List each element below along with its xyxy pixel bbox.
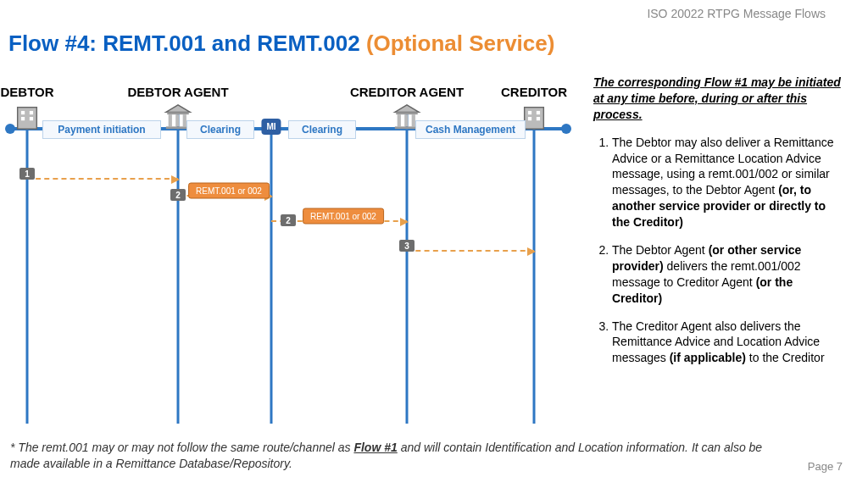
arrow-3	[407, 250, 534, 252]
svg-rect-7	[169, 114, 172, 126]
page-number: Page 7	[808, 460, 843, 473]
mi-badge: MI	[261, 119, 281, 135]
segment-cash-management: Cash Management	[415, 120, 526, 139]
timing-note: The corresponding Flow #1 may be initiat…	[593, 75, 843, 123]
svg-marker-11	[395, 105, 419, 112]
svg-rect-6	[167, 112, 189, 114]
doc-header-right: ISO 20022 RTPG Message Flows	[647, 7, 826, 20]
page-title: Flow #4: REMT.001 and REMT.002 (Optional…	[8, 30, 554, 57]
lifeline-dagent	[177, 108, 180, 424]
svg-rect-4	[30, 117, 33, 120]
segment-clearing-1: Clearing	[186, 120, 254, 139]
lifeline-mi	[270, 130, 273, 424]
explanation-step-2: The Debtor Agent (or other service provi…	[612, 242, 843, 307]
lifeline-cagent	[406, 108, 409, 424]
svg-rect-13	[398, 114, 401, 126]
svg-rect-0	[18, 108, 37, 130]
svg-rect-18	[528, 111, 531, 114]
footnote: * The remt.001 may or may not follow the…	[10, 440, 766, 473]
actor-debtor-label: DEBTOR	[0, 85, 53, 99]
msg-remt-2b: REMT.001 or 002	[303, 208, 384, 225]
svg-rect-21	[537, 117, 540, 120]
step-3-badge: 3	[399, 240, 415, 252]
svg-rect-8	[175, 114, 179, 126]
svg-marker-5	[166, 105, 190, 112]
explanation-step-1: The Debtor may also deliver a Remittance…	[612, 135, 843, 230]
svg-rect-19	[537, 111, 540, 114]
segment-clearing-2: Clearing	[288, 120, 356, 139]
svg-rect-2	[30, 111, 33, 114]
actor-creditor-label: CREDITOR	[501, 85, 567, 99]
title-optional: (Optional Service)	[366, 30, 555, 56]
svg-rect-1	[21, 111, 25, 114]
svg-rect-3	[21, 117, 25, 120]
svg-rect-14	[404, 114, 408, 126]
sequence-diagram: DEBTOR DEBTOR AGENT CREDITOR AGENT CREDI…	[8, 85, 568, 424]
title-main: Flow #4: REMT.001 and REMT.002	[8, 30, 360, 56]
actor-cagent-label: CREDITOR AGENT	[350, 85, 464, 99]
svg-rect-12	[396, 112, 418, 114]
step-2a-badge: 2	[170, 189, 186, 201]
msg-remt-2a: REMT.001 or 002	[188, 183, 270, 199]
lifeline-creditor	[533, 108, 536, 424]
office-icon	[13, 102, 42, 132]
actor-dagent-label: DEBTOR AGENT	[127, 85, 228, 99]
step-2b-badge: 2	[281, 214, 296, 226]
segment-payment-initiation: Payment initiation	[42, 120, 161, 139]
explanation-column: The corresponding Flow #1 may be initiat…	[593, 75, 843, 378]
svg-rect-20	[528, 117, 531, 120]
lifeline-debtor	[26, 108, 29, 424]
explanation-step-3: The Creditor Agent also delivers the Rem…	[612, 319, 843, 367]
svg-rect-17	[525, 108, 544, 130]
arrow-1	[27, 178, 178, 180]
step-1-badge: 1	[19, 168, 35, 180]
